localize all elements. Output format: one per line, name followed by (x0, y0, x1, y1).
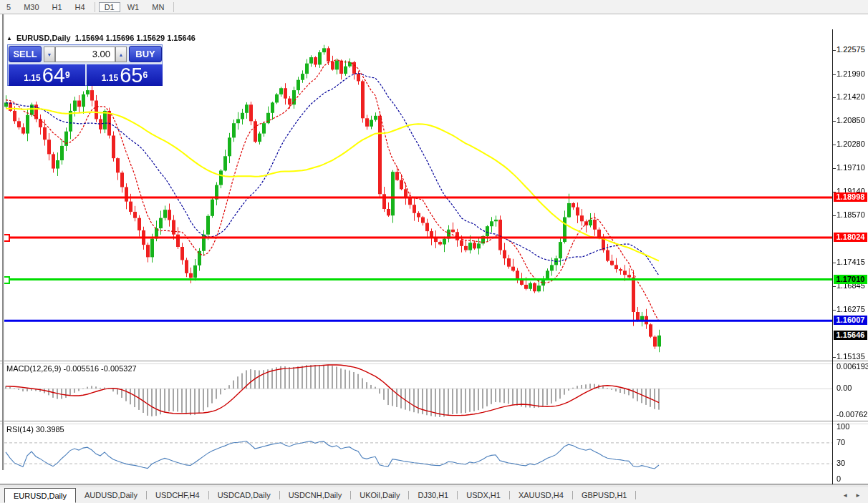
timeframe-button-h4[interactable]: H4 (69, 2, 91, 12)
timeframe-button-m30[interactable]: M30 (18, 2, 44, 12)
timeframe-button-w1[interactable]: W1 (122, 2, 145, 12)
toolbar-separator (173, 2, 174, 12)
timeframe-button-mn[interactable]: MN (146, 2, 170, 12)
chart-tab-ukoil-daily[interactable]: UKOil,Daily (351, 487, 408, 503)
chart-tab-usdx-h1[interactable]: USDX,H1 (458, 487, 509, 503)
sell-price-display[interactable]: 1.15 64 9 (9, 64, 85, 86)
chevron-down-icon: ▼ (47, 52, 52, 57)
hline-price-badge[interactable]: 1.16007 (834, 316, 867, 325)
price-axis-tick (833, 74, 836, 75)
rsi-axis-tick-label: 100 (836, 422, 849, 431)
volume-input[interactable]: 3.00 (55, 47, 115, 62)
one-click-trading-panel: SELL ▼ 3.00 ▲ BUY 1.15 64 9 1.15 65 6 (7, 44, 163, 86)
hline-price-badge[interactable]: 1.18998 (834, 192, 867, 202)
tab-scroll-controls: ◄► (842, 487, 868, 503)
sell-price-figure: 1.15 (24, 72, 40, 84)
chart-tab-usdcad-daily[interactable]: USDCAD,Daily (209, 487, 279, 503)
buy-price-pips: 65 (120, 66, 143, 84)
price-axis-tick-label: 1.22575 (836, 45, 865, 54)
sell-button[interactable]: SELL (9, 46, 42, 62)
price-axis-tick-label: 1.17415 (836, 258, 865, 266)
chevron-up-icon: ▲ (119, 52, 124, 57)
buy-price-display[interactable]: 1.15 65 6 (87, 64, 163, 86)
tab-scroll-left-icon[interactable]: ◄ (842, 492, 848, 499)
rsi-indicator-canvas[interactable] (0, 423, 832, 484)
price-axis-tick (833, 286, 836, 287)
timeframe-button-h1[interactable]: H1 (47, 2, 68, 12)
tab-separator (635, 491, 636, 499)
price-axis-tick (833, 97, 836, 98)
hline-price-badge[interactable]: 1.18024 (834, 233, 867, 242)
ohlc-values: 1.15694 1.15696 1.15629 1.15646 (75, 34, 196, 42)
macd-axis-tick-label: 0.006193 (836, 362, 868, 371)
sell-price-pips: 64 (42, 66, 65, 84)
macd-name: MACD(12,26,9) (6, 364, 61, 373)
rsi-label: RSI(14) 30.3985 (6, 425, 64, 434)
price-axis-tick (833, 310, 836, 311)
price-axis-tick (833, 357, 836, 358)
buy-button[interactable]: BUY (129, 46, 162, 62)
rsi-axis-tick-label: 70 (836, 438, 845, 446)
hline-price-badge[interactable]: 1.17010 (834, 275, 867, 284)
chart-tab-xauusd-h4[interactable]: XAUUSD,H4 (510, 487, 572, 503)
price-axis-tick-label: 1.16275 (836, 305, 865, 313)
chart-symbol-header: ▲ EURUSD,Daily 1.15694 1.15696 1.15629 1… (6, 34, 196, 42)
price-axis-tick (833, 121, 836, 122)
price-axis-tick-label: 1.21420 (836, 92, 865, 101)
trade-panel-toggle-icon[interactable]: ▲ (6, 35, 12, 41)
chart-window: ▲ EURUSD,Daily 1.15694 1.15696 1.15629 1… (0, 14, 868, 485)
price-axis-tick-label: 1.20850 (836, 116, 865, 124)
chart-tab-eurusd-daily[interactable]: EURUSD,Daily (4, 488, 76, 503)
price-axis-tick (833, 263, 836, 263)
price-axis-tick-label: 1.19710 (836, 163, 865, 172)
chart-tab-gbpusd-h1[interactable]: GBPUSD,H1 (573, 487, 636, 503)
volume-increase-button[interactable]: ▲ (115, 47, 127, 62)
symbol-label: EURUSD,Daily (16, 34, 71, 42)
timeframe-button-d1[interactable]: D1 (99, 2, 120, 12)
buy-price-point: 6 (143, 64, 148, 86)
buy-price-figure: 1.15 (102, 72, 118, 84)
timeframe-toolbar: 5M30H1H4D1W1MN (0, 0, 868, 14)
macd-axis-tick-label: -0.007621 (836, 410, 868, 419)
chart-tab-bar: EURUSD,DailyAUDUSD,DailyUSDCHF,H4USDCAD,… (0, 487, 868, 503)
sell-price-point: 9 (65, 64, 70, 86)
chart-tab-audusd-daily[interactable]: AUDUSD,Daily (76, 487, 146, 503)
price-axis-tick-label: 1.20280 (836, 140, 865, 148)
macd-axis-tick-label: 0.00 (836, 384, 852, 392)
price-axis-tick (833, 145, 836, 145)
macd-values: -0.005516 -0.005327 (63, 364, 136, 373)
window-left-border (2, 14, 4, 470)
macd-label: MACD(12,26,9) -0.005516 -0.005327 (6, 364, 137, 373)
toolbar-separator (95, 2, 95, 12)
last-price-badge: 1.15646 (834, 331, 867, 340)
price-axis-tick-label: 1.18570 (836, 210, 865, 219)
rsi-name: RSI(14) (6, 425, 34, 434)
volume-decrease-button[interactable]: ▼ (44, 47, 55, 62)
mt4-application-window: 5M30H1H4D1W1MN ▲ EURUSD,Daily 1.15694 1.… (0, 0, 868, 503)
tab-scroll-right-icon[interactable]: ► (855, 492, 861, 499)
price-axis-tick-label: 1.21990 (836, 69, 865, 78)
price-axis-tick (833, 215, 836, 216)
price-axis-tick (833, 50, 836, 51)
rsi-value: 30.3985 (36, 425, 64, 434)
timeframe-button-5[interactable]: 5 (1, 2, 16, 12)
trade-panel-top-row: SELL ▼ 3.00 ▲ BUY (8, 45, 162, 64)
chart-tab-usdchf-h4[interactable]: USDCHF,H4 (147, 487, 208, 503)
price-axis-tick-label: 1.15135 (836, 352, 865, 361)
chart-tab-usdcnh-daily[interactable]: USDCNH,Daily (280, 487, 351, 503)
price-axis-tick (833, 168, 836, 169)
chart-tab-dj30-h1[interactable]: DJ30,H1 (409, 487, 457, 503)
rsi-axis-tick-label: 30 (836, 459, 845, 467)
rsi-axis-tick-label: 0 (836, 474, 841, 483)
rsi-pane-divider[interactable] (0, 421, 868, 424)
